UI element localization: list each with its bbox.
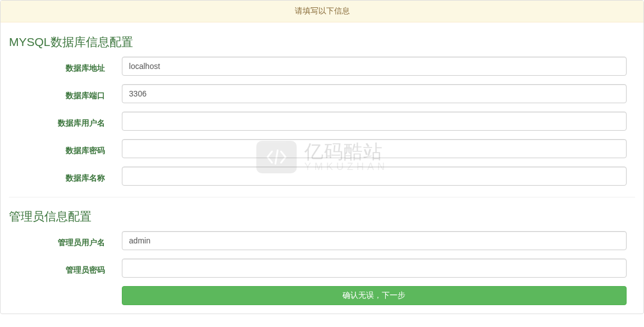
label-admin-username: 管理员用户名 [58,234,105,248]
input-db-username[interactable] [122,112,627,131]
field-db-password: 数据库密码 [9,139,635,158]
install-panel: 请填写以下信息 MYSQL数据库信息配置 数据库地址 数据库端口 [0,0,644,314]
input-db-host[interactable] [122,57,627,76]
section-admin: 管理员信息配置 管理员用户名 管理员密码 [9,209,635,305]
field-db-port: 数据库端口 [9,84,635,103]
input-admin-username[interactable] [122,231,627,250]
input-db-name[interactable] [122,167,627,186]
label-admin-password: 管理员密码 [66,261,105,275]
field-admin-username: 管理员用户名 [9,231,635,250]
panel-body: MYSQL数据库信息配置 数据库地址 数据库端口 [1,22,643,314]
field-db-host: 数据库地址 [9,57,635,76]
section-mysql: MYSQL数据库信息配置 数据库地址 数据库端口 [9,34,635,186]
button-row: 确认无误，下一步 [9,286,635,305]
submit-button[interactable]: 确认无误，下一步 [122,286,627,305]
panel-header: 请填写以下信息 [1,1,643,22]
input-admin-password[interactable] [122,259,627,278]
label-db-host: 数据库地址 [66,59,105,73]
input-db-port[interactable] [122,84,627,103]
field-admin-password: 管理员密码 [9,259,635,278]
field-db-username: 数据库用户名 [9,112,635,131]
panel-title: 请填写以下信息 [295,6,350,15]
section-admin-title: 管理员信息配置 [9,209,635,224]
divider [9,197,635,197]
label-db-username: 数据库用户名 [58,114,105,128]
section-mysql-title: MYSQL数据库信息配置 [9,34,635,50]
label-db-password: 数据库密码 [66,142,105,156]
label-db-name: 数据库名称 [66,169,105,183]
label-db-port: 数据库端口 [66,87,105,101]
input-db-password[interactable] [122,139,627,158]
field-db-name: 数据库名称 [9,167,635,186]
